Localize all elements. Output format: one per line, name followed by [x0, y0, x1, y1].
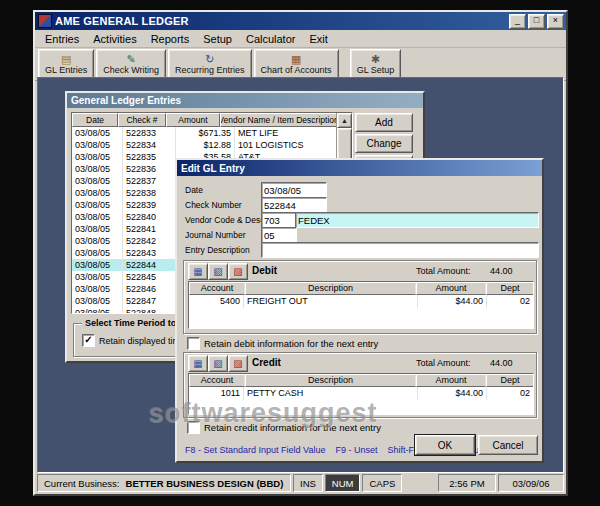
- toolbar-gl-setup-button[interactable]: ✱ GL Setup: [350, 49, 402, 79]
- status-bar: Current Business: BETTER BUSINESS DESIGN…: [37, 473, 564, 492]
- toolbar-label: Chart of Accounts: [261, 65, 332, 75]
- cell-date: 03/08/05: [72, 211, 123, 223]
- cell-account: 1011: [189, 387, 244, 400]
- cell-check: 522843: [123, 247, 176, 259]
- check-number-input[interactable]: [261, 197, 327, 213]
- vendor-desc-input[interactable]: [295, 212, 539, 228]
- arrow-up-icon: ▲: [341, 117, 348, 124]
- cell-check: 522841: [123, 223, 176, 235]
- menu-setup[interactable]: Setup: [196, 32, 239, 46]
- toolbar-recurring-entries-button[interactable]: ↻ Recurring Entries: [168, 49, 252, 79]
- table-row[interactable]: 03/08/05 522833 $671.35 MET LIFE: [72, 127, 336, 139]
- cell-date: 03/08/05: [72, 295, 123, 307]
- table-row[interactable]: 03/08/05 522834 $12.88 101 LOGISTICS: [72, 139, 336, 151]
- delete-row-icon: ▨: [233, 359, 242, 369]
- table-header: Date Check # Amount Vendor Name / Item D…: [72, 113, 336, 127]
- credit-col-account: Account: [189, 374, 245, 387]
- date-input[interactable]: [261, 182, 327, 198]
- column-header-amount[interactable]: Amount: [166, 113, 220, 127]
- vendor-code-input[interactable]: [261, 212, 297, 228]
- credit-row[interactable]: 1011 PETTY CASH $44.00 02: [189, 387, 533, 400]
- check-number-label: Check Number: [185, 200, 242, 210]
- toolbar-gl-entries-button[interactable]: ▤ GL Entries: [38, 49, 94, 79]
- debit-grid-button[interactable]: ▦: [188, 263, 208, 280]
- entry-description-input[interactable]: [261, 242, 539, 258]
- cell-description: PETTY CASH: [244, 387, 418, 400]
- toolbar-chart-of-accounts-button[interactable]: ▦ Chart of Accounts: [254, 49, 339, 79]
- form-icon: ▧: [213, 267, 222, 277]
- cell-date: 03/08/05: [72, 247, 123, 259]
- credit-grid-button[interactable]: ▦: [188, 355, 208, 372]
- retain-debit-row: Retain debit information for the next en…: [187, 337, 378, 350]
- debit-form-button[interactable]: ▧: [208, 263, 228, 280]
- cancel-button[interactable]: Cancel: [478, 435, 538, 455]
- change-button[interactable]: Change: [355, 134, 413, 153]
- cell-vendor: 101 LOGISTICS: [235, 139, 336, 151]
- gl-entries-titlebar[interactable]: General Ledger Entries: [67, 93, 423, 108]
- cell-date: 03/08/05: [72, 271, 123, 283]
- maximize-icon: □: [534, 15, 539, 25]
- app-titlebar[interactable]: AME GENERAL LEDGER _ □ ×: [35, 12, 566, 30]
- cell-check: 522848: [123, 307, 176, 313]
- column-header-vendor[interactable]: Vendor Name / Item Description: [220, 113, 336, 127]
- debit-delete-row-button[interactable]: ▨: [228, 263, 248, 280]
- num-indicator: NUM: [325, 474, 361, 492]
- debit-row[interactable]: 5400 FREIGHT OUT $44.00 02: [189, 295, 533, 308]
- add-button[interactable]: Add: [355, 113, 413, 132]
- credit-section: ▦ ▧ ▨ Credit Total Amount: 44.00 Account…: [183, 352, 537, 418]
- cell-check: 522847: [123, 295, 176, 307]
- menu-calculator[interactable]: Calculator: [239, 32, 303, 46]
- journal-number-input[interactable]: [261, 227, 297, 243]
- credit-total-value: 44.00: [490, 358, 513, 368]
- minimize-icon: _: [515, 15, 520, 25]
- cell-date: 03/08/05: [72, 175, 123, 187]
- debit-total-label: Total Amount:: [416, 266, 471, 276]
- setup-icon: ✱: [371, 53, 380, 65]
- maximize-button[interactable]: □: [528, 14, 545, 29]
- dialog-titlebar[interactable]: Edit GL Entry: [177, 160, 542, 176]
- current-business-panel: Current Business: BETTER BUSINESS DESIGN…: [37, 474, 291, 492]
- retain-credit-label: Retain credit information for the next e…: [204, 422, 381, 433]
- recurring-icon: ↻: [205, 53, 214, 65]
- cell-date: 03/08/05: [72, 163, 123, 175]
- retain-time-period-checkbox[interactable]: ✓: [82, 334, 95, 347]
- check-icon: ✓: [84, 334, 92, 345]
- menu-exit[interactable]: Exit: [302, 32, 334, 46]
- clock: 2:56 PM: [438, 474, 496, 492]
- retain-debit-checkbox[interactable]: [187, 337, 200, 350]
- cell-dept: 02: [487, 295, 533, 308]
- cell-description: FREIGHT OUT: [244, 295, 418, 308]
- debit-col-account: Account: [189, 282, 245, 295]
- cell-check: 522844: [123, 259, 176, 271]
- retain-debit-label: Retain debit information for the next en…: [204, 338, 378, 349]
- credit-form-button[interactable]: ▧: [208, 355, 228, 372]
- ok-button[interactable]: OK: [415, 435, 475, 455]
- current-business-label: Current Business:: [44, 478, 120, 489]
- status-spacer: [404, 474, 436, 492]
- toolbar-check-writing-button[interactable]: ✎ Check Writing: [96, 49, 166, 79]
- cell-amount: $44.00: [418, 295, 487, 308]
- credit-title: Credit: [252, 357, 281, 368]
- cell-date: 03/08/05: [72, 307, 123, 313]
- credit-col-dept: Dept: [486, 374, 533, 387]
- column-header-check[interactable]: Check #: [118, 113, 166, 127]
- cell-date: 03/08/05: [72, 187, 123, 199]
- ins-indicator: INS: [293, 474, 323, 492]
- minimize-button[interactable]: _: [509, 14, 526, 29]
- menu-reports[interactable]: Reports: [144, 32, 197, 46]
- ledger-icon: ▤: [61, 53, 71, 65]
- scroll-up-button[interactable]: ▲: [337, 113, 352, 128]
- debit-grid: Account Description Amount Dept 5400 FRE…: [188, 281, 534, 329]
- credit-grid: Account Description Amount Dept 1011 PET…: [188, 373, 534, 415]
- retain-credit-checkbox[interactable]: [187, 421, 200, 434]
- credit-total-label: Total Amount:: [416, 358, 471, 368]
- retain-credit-row: Retain credit information for the next e…: [187, 421, 381, 434]
- credit-delete-row-button[interactable]: ▨: [228, 355, 248, 372]
- date-label: Date: [185, 185, 203, 195]
- app-title: AME GENERAL LEDGER: [55, 15, 509, 27]
- close-button[interactable]: ×: [547, 14, 564, 29]
- menu-entries[interactable]: Entries: [38, 32, 86, 46]
- debit-total-value: 44.00: [490, 266, 513, 276]
- menu-activities[interactable]: Activities: [86, 32, 143, 46]
- column-header-date[interactable]: Date: [72, 113, 118, 127]
